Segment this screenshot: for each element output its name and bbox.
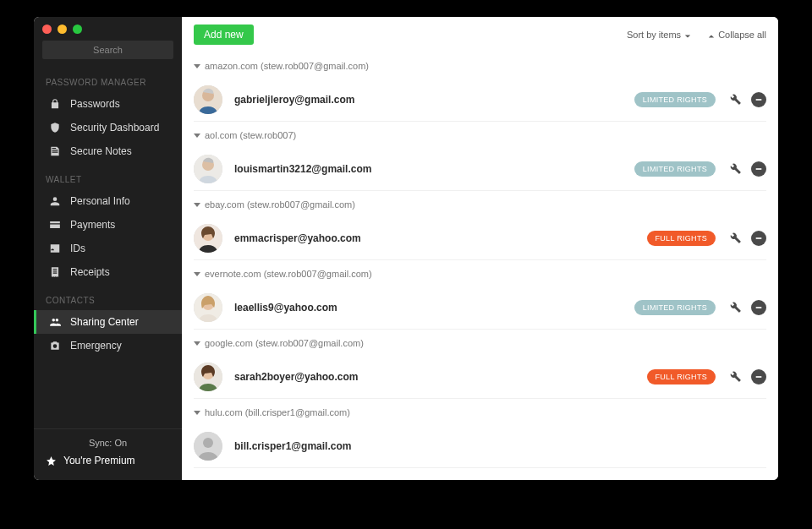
settings-button[interactable] xyxy=(727,369,743,384)
remove-button[interactable] xyxy=(751,300,766,315)
nav-label: Emergency xyxy=(70,340,122,352)
nav-emergency[interactable]: Emergency xyxy=(34,334,182,357)
search-container xyxy=(34,41,182,66)
nav-label: Passwords xyxy=(70,98,120,110)
rights-badge: FULL RIGHTS xyxy=(647,369,716,384)
triangle-down-icon xyxy=(194,64,200,68)
nav-label: Payments xyxy=(70,219,115,231)
window-minimize-button[interactable] xyxy=(58,25,67,34)
contact-row: bill.crisper1@gmail.com xyxy=(194,424,766,468)
add-new-button[interactable]: Add new xyxy=(194,25,254,45)
sort-by-label: Sort by items xyxy=(627,30,681,40)
remove-button[interactable] xyxy=(751,92,766,107)
svg-rect-3 xyxy=(756,307,762,308)
triangle-down-icon xyxy=(194,411,200,415)
sidebar-footer: Sync: On You're Premium xyxy=(34,428,182,480)
minus-icon xyxy=(754,165,763,173)
rights-badge: FULL RIGHTS xyxy=(647,231,716,246)
triangle-down-icon xyxy=(194,203,200,207)
svg-rect-0 xyxy=(756,99,762,101)
share-group-title: google.com (stew.rob007@gmail.com) xyxy=(205,338,364,348)
nav-label: Sharing Center xyxy=(70,316,139,328)
share-group-header[interactable]: ebay.com (stew.rob007@gmail.com) xyxy=(194,191,766,216)
nav-ids[interactable]: IDs xyxy=(34,237,182,260)
share-icon xyxy=(48,315,62,329)
receipt-icon xyxy=(48,265,62,279)
settings-button[interactable] xyxy=(727,161,743,177)
collapse-all-label: Collapse all xyxy=(718,30,766,40)
id-icon xyxy=(48,242,62,255)
section-password-manager: PASSWORD MANAGER xyxy=(34,66,182,92)
minus-icon xyxy=(754,234,763,243)
avatar xyxy=(194,224,222,253)
avatar xyxy=(194,363,222,391)
contact-email: gabrieljleroy@gmail.com xyxy=(234,94,634,106)
remove-button[interactable] xyxy=(751,161,766,177)
wrench-icon xyxy=(729,93,742,106)
wrench-icon xyxy=(729,162,742,175)
emergency-icon xyxy=(48,339,62,352)
settings-button[interactable] xyxy=(727,300,743,315)
remove-button[interactable] xyxy=(751,231,766,246)
contact-email: bill.crisper1@gmail.com xyxy=(234,440,766,452)
contact-row: sarah2boyer@yahoo.comFULL RIGHTS xyxy=(194,355,766,399)
app-window: PASSWORD MANAGER Passwords Security Dash… xyxy=(34,17,778,480)
lock-icon xyxy=(48,97,62,111)
minus-icon xyxy=(754,95,763,104)
collapse-all-button[interactable]: Collapse all xyxy=(708,30,766,40)
contact-row: emmacrisper@yahoo.comFULL RIGHTS xyxy=(194,216,766,260)
nav-passwords[interactable]: Passwords xyxy=(34,92,182,116)
avatar xyxy=(194,432,222,461)
card-icon xyxy=(48,218,62,232)
rights-badge: LIMITED RIGHTS xyxy=(634,92,716,107)
nav-security-dashboard[interactable]: Security Dashboard xyxy=(34,116,182,139)
wrench-icon xyxy=(729,232,742,244)
row-actions xyxy=(727,369,766,384)
search-input[interactable] xyxy=(42,41,173,59)
contact-email: sarah2boyer@yahoo.com xyxy=(234,371,647,383)
chevron-up-icon xyxy=(708,31,715,38)
contact-email: emmacrisper@yahoo.com xyxy=(234,232,647,244)
contact-row: gabrieljleroy@gmail.comLIMITED RIGHTS xyxy=(194,78,766,122)
settings-button[interactable] xyxy=(727,231,743,246)
nav-label: Personal Info xyxy=(70,195,130,207)
window-maximize-button[interactable] xyxy=(73,25,82,34)
shares-list: amazon.com (stew.rob007@gmail.com)gabrie… xyxy=(182,52,778,480)
note-icon xyxy=(48,145,62,158)
nav-personal-info[interactable]: Personal Info xyxy=(34,189,182,213)
section-wallet: WALLET xyxy=(34,163,182,189)
avatar xyxy=(194,293,222,322)
remove-button[interactable] xyxy=(751,369,766,384)
sidebar: PASSWORD MANAGER Passwords Security Dash… xyxy=(34,17,182,480)
window-close-button[interactable] xyxy=(42,25,52,34)
nav-label: Receipts xyxy=(70,266,110,278)
main-panel: Add new Sort by items Collapse all amazo… xyxy=(182,17,778,480)
avatar xyxy=(194,155,222,183)
share-group-header[interactable]: google.com (stew.rob007@gmail.com) xyxy=(194,330,766,355)
nav-receipts[interactable]: Receipts xyxy=(34,260,182,284)
svg-rect-2 xyxy=(756,237,762,239)
nav-payments[interactable]: Payments xyxy=(34,213,182,237)
contact-row: leaellis9@yahoo.comLIMITED RIGHTS xyxy=(194,286,766,330)
share-group-title: amazon.com (stew.rob007@gmail.com) xyxy=(205,61,369,71)
share-group-header[interactable]: amazon.com (stew.rob007@gmail.com) xyxy=(194,52,766,78)
wrench-icon xyxy=(729,370,742,383)
share-group-header[interactable]: evernote.com (stew.rob007@gmail.com) xyxy=(194,260,766,286)
share-group-title: ebay.com (stew.rob007@gmail.com) xyxy=(205,199,355,210)
share-group-header[interactable]: hulu.com (bill.crisper1@gmail.com) xyxy=(194,399,766,424)
chevron-down-icon xyxy=(684,31,691,38)
sort-by-dropdown[interactable]: Sort by items xyxy=(627,30,691,40)
sync-status: Sync: On xyxy=(46,438,170,455)
nav-secure-notes[interactable]: Secure Notes xyxy=(34,139,182,163)
row-actions xyxy=(727,231,766,246)
avatar xyxy=(194,85,222,114)
contact-email: louismartin3212@gmail.com xyxy=(234,163,634,175)
share-group-header[interactable]: aol.com (stew.rob007) xyxy=(194,122,766,147)
nav-sharing-center[interactable]: Sharing Center xyxy=(34,310,182,334)
settings-button[interactable] xyxy=(727,92,743,107)
premium-label: You're Premium xyxy=(63,455,135,466)
minus-icon xyxy=(754,303,763,312)
person-icon xyxy=(48,194,62,208)
triangle-down-icon xyxy=(194,134,200,138)
toolbar: Add new Sort by items Collapse all xyxy=(182,17,778,52)
